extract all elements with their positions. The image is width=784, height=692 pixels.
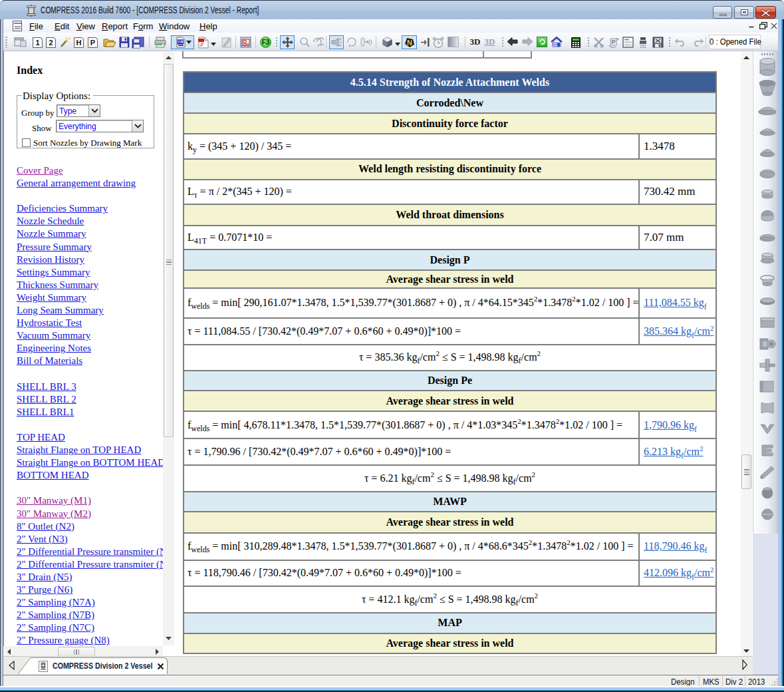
svg-text:N: N xyxy=(407,39,412,47)
svg-text:P: P xyxy=(611,39,615,45)
